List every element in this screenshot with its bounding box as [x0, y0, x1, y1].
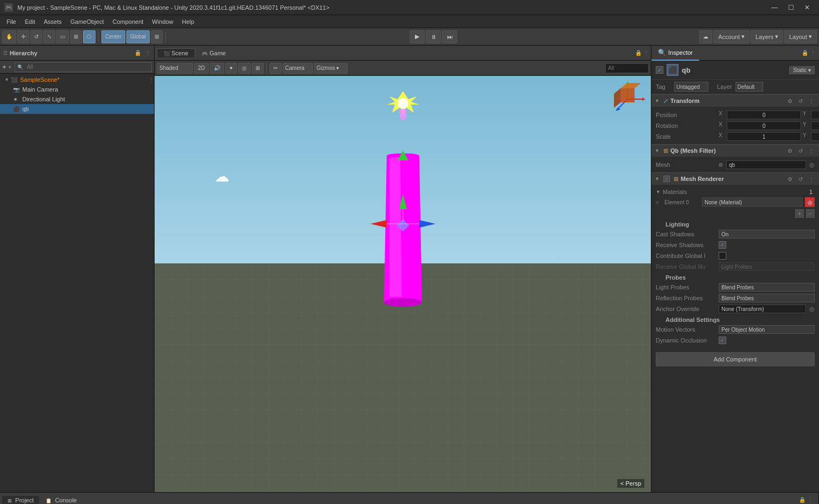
menu-gameobject[interactable]: GameObject [66, 17, 108, 26]
mesh-renderer-enable[interactable]: ✓ [663, 176, 670, 182]
tag-select[interactable]: Untagged [674, 82, 708, 92]
hierarchy-item-light[interactable]: ☀ Directional Light [0, 94, 154, 104]
project-tab[interactable]: ⊞ Project [2, 496, 39, 505]
mesh-value[interactable] [726, 160, 806, 169]
reflection-probes-select[interactable]: Blend Probes Off [719, 294, 815, 302]
hand-tool[interactable]: ✋ [2, 30, 16, 43]
maximize-button[interactable]: ☐ [783, 0, 798, 15]
mesh-filter-settings[interactable]: ⚙ [785, 146, 794, 155]
add-component-button[interactable]: Add Component [656, 352, 815, 366]
scene-tab[interactable]: ⬛Scene [157, 48, 195, 57]
pause-button[interactable]: ⏸ [426, 30, 441, 43]
scene-menu[interactable]: ⋮ [149, 77, 154, 83]
menu-file[interactable]: File [2, 17, 21, 26]
project-lock[interactable]: 🔒 [799, 497, 805, 503]
hierarchy-search[interactable] [25, 62, 149, 72]
global-btn[interactable]: Global [126, 30, 150, 43]
cast-shadows-select[interactable]: On Off Two Sided Shadows Only [719, 230, 815, 238]
material-add-btn[interactable]: + [795, 209, 804, 218]
scene-search[interactable] [605, 63, 649, 73]
transform-tool[interactable]: ⊞ [70, 30, 82, 43]
transform-settings[interactable]: ⚙ [785, 96, 794, 105]
dynamic-occlusion-checkbox[interactable]: ✓ [719, 337, 726, 344]
anchor-override-value[interactable] [719, 305, 806, 313]
transform-header[interactable]: ▼ ⤢ Transform ⚙ ↺ ⋮ [651, 94, 819, 107]
motion-vectors-select[interactable]: Per Object Motion Camera Motion Force No… [719, 325, 815, 334]
center-btn[interactable]: Center [101, 30, 125, 43]
transform-arrow: ▼ [655, 98, 661, 104]
rect-tool[interactable]: ▭ [56, 30, 69, 43]
grid-btn[interactable]: ⊞ [252, 63, 264, 74]
step-button[interactable]: ⏭ [442, 30, 457, 43]
receive-shadows-checkbox[interactable]: ✓ [719, 241, 726, 249]
hierarchy-item-camera[interactable]: 📷 Main Camera [0, 85, 154, 94]
mesh-renderer-header[interactable]: ▼ ✓ ⊞ Mesh Renderer ⚙ ↺ ⋮ [651, 172, 819, 185]
rotate-tool[interactable]: ↺ [30, 30, 42, 43]
contribute-gi-checkbox[interactable] [719, 252, 726, 260]
mesh-filter-header[interactable]: ▼ ⊞ Qb (Mesh Filter) ⚙ ↺ ⋮ [651, 144, 819, 157]
element-pick-btn[interactable]: ◎ [805, 197, 815, 207]
menu-edit[interactable]: Edit [21, 17, 40, 26]
mesh-renderer-menu[interactable]: ⋮ [807, 175, 816, 183]
shading-select[interactable]: Shaded Wireframe [157, 63, 193, 74]
fx-btn[interactable]: ✦ [225, 63, 237, 74]
inspector-menu[interactable]: ⋮ [810, 50, 816, 56]
rotation-x[interactable] [727, 121, 801, 130]
material-remove-btn[interactable]: − [806, 209, 815, 218]
layout-btn[interactable]: Layout ▾ [784, 30, 817, 43]
mesh-filter-menu[interactable]: ⋮ [807, 146, 816, 155]
move-tool[interactable]: ✛ [17, 30, 29, 43]
object-enable-checkbox[interactable]: ✓ [656, 66, 663, 74]
gizmos-select[interactable]: Gizmos ▾ [314, 63, 348, 74]
mesh-renderer-revert[interactable]: ↺ [796, 175, 805, 183]
scale-tool[interactable]: ⤡ [43, 30, 55, 43]
anchor-pick[interactable]: ◎ [809, 306, 815, 313]
account-btn[interactable]: Account ▾ [713, 30, 750, 43]
rotation-y[interactable] [811, 121, 819, 130]
mesh-pick[interactable]: ◎ [809, 161, 815, 169]
collab-btn[interactable]: ☁ [699, 30, 712, 43]
hierarchy-add-btn[interactable]: + [2, 63, 7, 71]
light-probes-select[interactable]: Blend Probes Off Use Proxy Volume [719, 283, 815, 292]
hierarchy-dropdown[interactable]: ▾ [9, 64, 11, 70]
inspector-lock[interactable]: 🔒 [802, 50, 808, 56]
camera-select[interactable]: Camera [283, 63, 313, 74]
menu-help[interactable]: Help [177, 17, 199, 26]
menu-component[interactable]: Component [108, 17, 148, 26]
static-button[interactable]: Static ▾ [789, 66, 815, 74]
custom-tool[interactable]: ⬡ [83, 30, 95, 43]
position-x[interactable] [727, 111, 801, 119]
project-menu[interactable]: ⋮ [808, 497, 813, 503]
snap-btn[interactable]: ⊞ [151, 30, 163, 43]
inspector-tab[interactable]: 🔍 Inspector [651, 46, 699, 61]
scene-root[interactable]: ▼ ⬛ SampleScene* ⋮ [0, 75, 154, 85]
view-menu[interactable]: ⋮ [643, 50, 649, 56]
layer-select[interactable]: Default [735, 82, 763, 92]
audio-btn[interactable]: 🔊 [210, 63, 224, 74]
console-tab[interactable]: 📋 Console [40, 496, 82, 505]
menu-assets[interactable]: Assets [40, 17, 66, 26]
hidden-btn[interactable]: ◎ [238, 63, 251, 74]
layers-btn[interactable]: Layers ▾ [751, 30, 783, 43]
mesh-filter-revert[interactable]: ↺ [796, 146, 805, 155]
close-button[interactable]: ✕ [799, 0, 815, 15]
game-tab[interactable]: 🎮Game [195, 49, 232, 57]
transform-revert[interactable]: ↺ [796, 96, 805, 105]
position-y[interactable] [811, 111, 819, 119]
main-area: ☰ Hierarchy 🔒 ⋮ + ▾ 🔍 ▼ ⬛ SampleScene* ⋮… [0, 46, 819, 492]
2d-btn[interactable]: 2D [194, 63, 209, 74]
hierarchy-lock[interactable]: 🔒 [135, 50, 141, 56]
mesh-renderer-settings[interactable]: ⚙ [785, 175, 794, 183]
scale-y[interactable] [811, 132, 819, 141]
hierarchy-item-qb[interactable]: ⬛ qb [0, 104, 154, 114]
scale-x[interactable] [727, 132, 801, 141]
scene-misc[interactable]: ✂ [270, 63, 281, 74]
receive-gi-select[interactable]: Light Probes [719, 262, 815, 271]
play-button[interactable]: ▶ [410, 30, 425, 43]
transform-menu[interactable]: ⋮ [807, 96, 816, 105]
minimize-button[interactable]: — [767, 0, 782, 15]
scene-viewport[interactable]: ☁ [155, 76, 651, 492]
hierarchy-menu[interactable]: ⋮ [145, 50, 151, 56]
menu-window[interactable]: Window [148, 17, 177, 26]
view-lock[interactable]: 🔒 [635, 50, 642, 56]
